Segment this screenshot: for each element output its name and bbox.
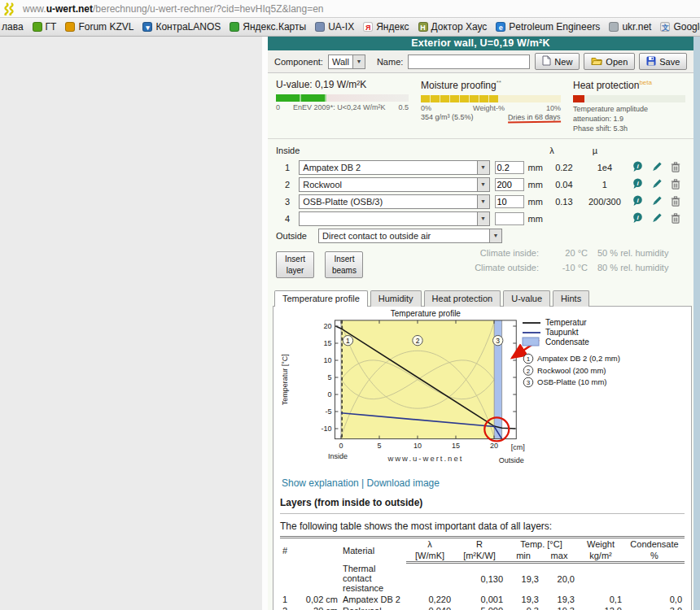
bookmark-favicon-icon: Я [363, 22, 373, 32]
col-condensate: Condensate [624, 538, 685, 551]
thickness-input[interactable] [495, 195, 524, 208]
info-icon[interactable]: i [628, 178, 647, 191]
col-hash: # [280, 538, 293, 563]
edit-pencil-icon[interactable] [647, 196, 667, 208]
bookmark-item[interactable]: ▾КонтраLANOS [142, 21, 221, 33]
chevron-down-icon: ▼ [477, 178, 489, 191]
unit-label: mm [528, 214, 547, 224]
summary-gauges: U-value: 0,19 W/m²K 0 EnEV 2009*: U<0,24… [268, 73, 693, 136]
svg-text:10: 10 [413, 442, 422, 450]
browser-address-bar-row: www.u-wert.net/berechnung/u-wert-rechner… [0, 0, 700, 18]
thickness-input[interactable] [495, 178, 524, 191]
tab-heat-protection[interactable]: Heat protection [424, 290, 501, 307]
svg-text:[cm]: [cm] [511, 443, 525, 451]
delete-trash-icon[interactable] [666, 196, 685, 208]
edit-pencil-icon[interactable] [647, 213, 667, 225]
tab-u-value[interactable]: U-value [503, 290, 550, 307]
thickness-input[interactable] [495, 212, 524, 225]
info-icon[interactable]: i [628, 161, 647, 174]
svg-text:20: 20 [490, 442, 498, 450]
lambda-value: 0.13 [546, 197, 581, 207]
show-explanation-link[interactable]: Show explanation [282, 477, 359, 489]
delete-trash-icon[interactable] [666, 213, 685, 225]
col-lambda: λ [406, 538, 453, 551]
address-bar[interactable]: www.u-wert.net/berechnung/u-wert-rechner… [23, 3, 324, 15]
col-material: Material [340, 538, 406, 563]
svg-text:15: 15 [452, 442, 460, 450]
new-button[interactable]: New [535, 53, 580, 70]
svg-text:0: 0 [327, 390, 331, 399]
tab-panel: 05101520-10-505101520Temperature profile… [273, 306, 692, 610]
material-select[interactable]: ▼ [299, 211, 489, 226]
edit-pencil-icon[interactable] [647, 162, 667, 174]
bookmark-item[interactable]: лава [2, 21, 24, 33]
moisture-value: 354 g/m³ (5.5%) [421, 113, 474, 123]
moisture-title: Moisture proofing [421, 80, 497, 91]
bookmark-favicon-icon [33, 22, 42, 32]
bookmark-item[interactable]: Forum KZVL [65, 21, 133, 33]
bookmark-label: Доктор Хаус [431, 21, 488, 33]
outside-select[interactable]: Direct contact to outside air ▼ [318, 229, 502, 243]
chevron-down-icon: ▼ [477, 212, 489, 225]
table-row: 10,02 cmAmpatex DB 20,2200,00119,319,30,… [280, 594, 685, 605]
open-button[interactable]: Open [584, 53, 635, 70]
layers-editor: Inside λ µ 1Ampatex DB 2▼mm0.221e4i2Rock… [268, 138, 693, 243]
chevron-down-icon: ▼ [477, 161, 489, 174]
outside-label: Outside [276, 231, 318, 241]
svg-text:-10: -10 [321, 425, 331, 433]
bookmark-label: КонтраLANOS [155, 21, 221, 33]
svg-text:3: 3 [527, 379, 531, 386]
tab-temperature-profile[interactable]: Temperature profile [274, 290, 368, 307]
save-button[interactable]: Save [639, 53, 687, 70]
material-select[interactable]: OSB-Platte (OSB/3)▼ [299, 194, 489, 209]
bookmark-item[interactable]: ukr.net [609, 21, 651, 33]
climate-outside-humidity: 80 % rel. humidity [597, 263, 685, 272]
insert-layer-button[interactable]: Insert layer [276, 251, 314, 278]
svg-text:5: 5 [377, 442, 381, 450]
bookmark-item[interactable]: 文Google Translate [660, 21, 700, 33]
delete-trash-icon[interactable] [666, 162, 685, 174]
material-select[interactable]: Rockwool▼ [299, 177, 489, 192]
layers-data-table: # Material λ R Temp. [°C] Weight Condens… [280, 536, 685, 610]
temperature-profile-chart: 05101520-10-505101520Temperature profile… [280, 309, 685, 474]
inside-label: Inside [276, 146, 533, 155]
insert-beams-button[interactable]: Insert beams [325, 251, 363, 278]
mu-value: 1e4 [582, 163, 628, 172]
layer-row: 2Rockwool▼mm0.041i [276, 177, 685, 192]
info-icon[interactable]: i [628, 195, 647, 208]
info-icon[interactable]: i [628, 212, 647, 225]
bookmark-label: Google Translate [673, 21, 700, 33]
unit-label: mm [528, 197, 547, 207]
bookmark-label: Forum KZVL [78, 21, 133, 33]
bookmark-favicon-icon: 文 [660, 22, 670, 32]
bookmark-item[interactable]: ЯЯндекс [363, 21, 409, 33]
layer-number: 1 [276, 163, 299, 172]
tab-humidity[interactable]: Humidity [370, 290, 422, 307]
bookmark-item[interactable]: UA-IX [315, 21, 354, 33]
bookmark-favicon-icon [230, 22, 239, 32]
svg-text:Inside: Inside [328, 452, 348, 460]
edit-pencil-icon[interactable] [647, 179, 667, 191]
lambda-header: λ [533, 146, 571, 155]
bookmark-item[interactable]: Яндекс.Карты [230, 21, 306, 33]
table-row: Thermal contact resistance0,13019,320,0 [280, 563, 685, 594]
bookmark-item[interactable]: ГТ [33, 21, 57, 33]
component-select[interactable]: Wall ▼ [328, 54, 365, 69]
chevron-down-icon: ▼ [477, 195, 489, 208]
material-select[interactable]: Ampatex DB 2▼ [299, 160, 489, 175]
bookmark-item[interactable]: HДоктор Хаус [418, 21, 488, 33]
thickness-input[interactable] [495, 161, 524, 174]
name-input[interactable] [408, 54, 530, 69]
bookmark-label: Petroleum Engineers [509, 21, 600, 33]
delete-trash-icon[interactable] [666, 179, 685, 191]
tab-hints[interactable]: Hints [553, 290, 589, 307]
bookmark-label: Яндекс [376, 21, 409, 33]
svg-text:OSB-Platte (10 mm): OSB-Platte (10 mm) [537, 377, 607, 386]
download-image-link[interactable]: Download image [367, 477, 440, 489]
moisture-gauge: Moisture proofing** 0% Weight-% 10% 354 … [421, 79, 561, 133]
svg-text:2: 2 [527, 368, 531, 375]
u-value-calculator-widget: Exterior wall, U=0,19 W/m²K Component: W… [268, 37, 693, 610]
bookmark-favicon-icon [609, 22, 619, 32]
bookmark-item[interactable]: ePetroleum Engineers [496, 21, 600, 33]
bookmark-label: UA-IX [328, 21, 354, 33]
